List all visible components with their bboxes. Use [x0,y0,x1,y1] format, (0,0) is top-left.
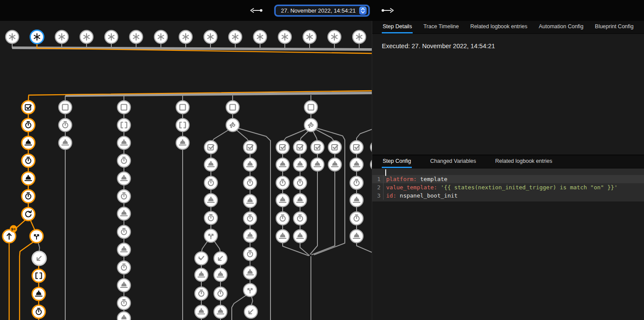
trace-node-checkbox[interactable] [22,101,35,114]
trace-node-asterisk[interactable] [278,30,291,43]
trace-node-bell[interactable] [176,136,189,149]
trace-graph-svg[interactable]: 9+ [0,21,372,320]
trace-node-asterisk[interactable] [55,30,68,43]
trace-node-choose[interactable] [226,119,239,132]
trace-node-checkbox[interactable] [350,141,363,154]
trace-node-bell[interactable] [294,230,307,243]
previous-run-button[interactable] [249,8,263,13]
trace-node-asterisk[interactable] [229,30,242,43]
trace-node-bell[interactable] [350,158,363,171]
trace-node-bell[interactable] [22,172,35,185]
trace-node-bell[interactable] [117,207,130,220]
trace-node-checkbox[interactable] [311,141,324,154]
trace-node-arrow-bottom-left[interactable] [214,252,227,265]
trace-node-bell[interactable] [244,266,257,279]
trace-node-brackets[interactable] [176,119,189,132]
trace-node-bell[interactable] [311,158,324,171]
tab-step-details[interactable]: Step Details [382,21,413,33]
trace-node-asterisk[interactable] [130,30,143,43]
trace-node-bell[interactable] [117,312,130,320]
trace-node-asterisk[interactable] [353,30,366,43]
trace-node-arrow-bottom-left[interactable] [244,305,257,318]
tab-blueprint-config[interactable]: Blueprint Config [594,21,634,33]
trace-node-asterisk[interactable] [254,30,267,43]
trace-node-bell[interactable] [22,136,35,149]
trace-node-timer[interactable] [244,212,257,225]
trace-node-brackets[interactable] [117,119,130,132]
trace-node-bell[interactable] [276,194,289,207]
trace-node-refresh[interactable] [22,208,35,221]
tab-changed-variables[interactable]: Changed Variables [429,155,477,168]
trace-node-asterisk[interactable] [6,30,19,43]
code-line-3[interactable]: 3id: nspanel_boot_init [372,191,644,200]
trace-node-bell[interactable] [294,158,307,171]
trace-node-timer[interactable] [117,154,130,167]
trace-node-arrow-bottom-left[interactable] [32,251,46,265]
trace-node-square[interactable] [59,101,72,114]
trace-node-bell[interactable] [350,194,363,207]
trace-node-checkbox[interactable] [328,141,341,154]
trace-node-bell[interactable] [370,158,372,171]
trace-node-bell[interactable] [32,287,45,300]
trace-node-asterisk[interactable] [179,30,192,43]
trace-node-fork[interactable] [204,229,217,242]
next-run-button[interactable] [381,8,395,13]
trace-node-bell[interactable] [117,279,130,292]
trace-node-bell[interactable] [195,268,208,281]
trace-node-asterisk[interactable] [303,30,316,43]
trace-graph[interactable]: 9+ [0,21,372,320]
trace-node-bell[interactable] [117,243,130,256]
trace-node-fork[interactable] [244,284,257,297]
yaml-editor[interactable]: 1platform: template2value_template: '{{ … [372,168,644,201]
tab-related-logbook-entries[interactable]: Related logbook entries [469,21,528,33]
trace-node-timer[interactable] [117,225,130,238]
datetime-select[interactable]: 27. November 2022, 14:54:21 [274,5,370,16]
trace-node-timer[interactable] [350,212,363,225]
trace-node-asterisk[interactable] [204,30,217,43]
trace-node-timer[interactable] [214,287,227,300]
trace-node-fork[interactable] [30,230,43,243]
trace-node-timer[interactable] [117,297,130,310]
trace-node-timer[interactable] [294,212,307,225]
trace-node-timer[interactable] [294,176,307,189]
trace-node-timer[interactable] [204,211,217,224]
trace-node-asterisk[interactable] [30,30,44,44]
tab-trace-timeline[interactable]: Trace Timeline [423,21,460,33]
trace-node-bell[interactable] [244,195,257,208]
trace-node-bell[interactable] [276,158,289,171]
trace-node-checkbox[interactable] [370,141,372,154]
trace-node-bell[interactable] [244,229,257,242]
trace-node-timer[interactable] [22,154,35,167]
trace-node-bell[interactable] [214,305,227,318]
trace-node-timer[interactable] [117,190,130,203]
trace-node-checkbox[interactable] [204,141,217,154]
trace-node-square[interactable] [226,101,239,114]
trace-node-asterisk[interactable] [80,30,93,43]
trace-node-timer[interactable] [276,176,289,189]
trace-node-check-bottom-left[interactable] [195,252,208,265]
trace-node-checkbox[interactable] [276,141,289,154]
trace-node-bell[interactable] [244,158,257,171]
trace-node-timer[interactable] [59,119,72,132]
trace-node-asterisk[interactable] [328,30,341,43]
trace-node-timer[interactable] [22,119,35,132]
trace-node-bell[interactable] [350,230,363,243]
trace-node-timer[interactable] [350,176,363,189]
trace-node-bell[interactable] [204,158,217,171]
trace-node-timer[interactable] [276,212,289,225]
trace-node-timer[interactable] [204,176,217,189]
trace-node-choose[interactable] [304,119,317,132]
trace-node-bell[interactable] [276,230,289,243]
trace-node-square[interactable] [117,101,130,114]
trace-node-square[interactable] [304,101,317,114]
trace-node-brackets[interactable] [32,269,45,282]
trace-node-checkbox[interactable] [294,141,307,154]
trace-node-timer[interactable] [117,261,130,274]
trace-node-bell[interactable] [117,172,130,185]
tab-automation-config[interactable]: Automation Config [538,21,584,33]
trace-node-bell[interactable] [195,305,208,318]
trace-node-bell[interactable] [117,136,130,149]
trace-node-bell[interactable] [204,194,217,207]
trace-node-bell[interactable] [214,268,227,281]
tab-related-logbook-entries[interactable]: Related logbook entries [494,155,553,168]
